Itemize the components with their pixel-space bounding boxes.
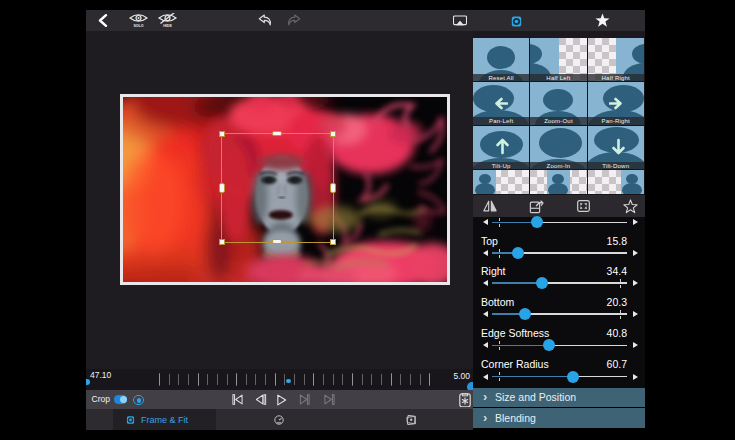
svg-text:HIDE: HIDE	[163, 24, 172, 28]
svg-text:SOLO: SOLO	[133, 24, 143, 28]
